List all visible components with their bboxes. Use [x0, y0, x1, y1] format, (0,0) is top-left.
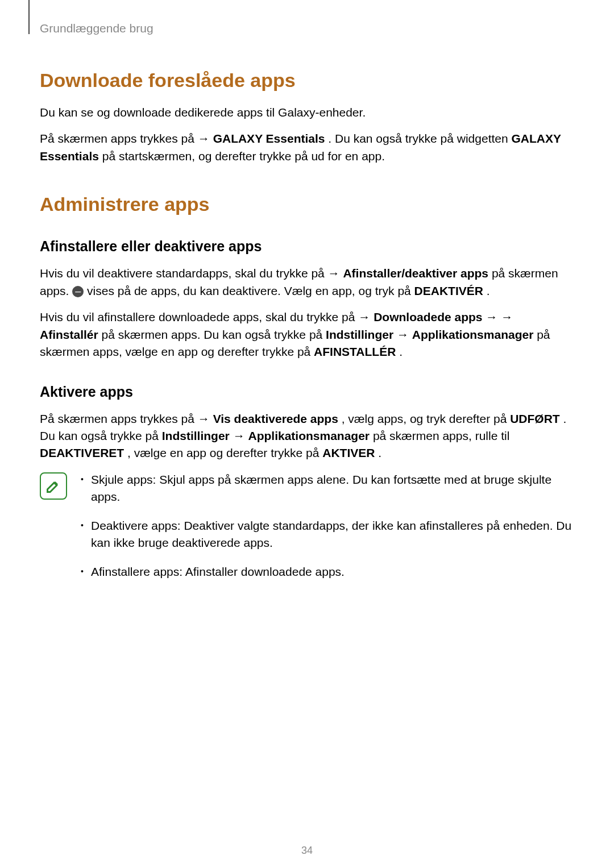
note-item: Skjule apps: Skjul apps på skærmen apps … [78, 471, 574, 506]
arrow-icon: → [328, 267, 343, 280]
page-number: 34 [0, 845, 614, 857]
text: på startskærmen, og derefter trykke på [102, 149, 312, 163]
bold: UDFØRT [510, 412, 560, 425]
bold: DEAKTIVERET [40, 446, 124, 459]
note-icon [40, 472, 67, 500]
note-item: Afinstallere apps: Afinstaller downloade… [78, 563, 574, 580]
text: . Du kan også trykke på widgetten [328, 132, 511, 145]
text: . [399, 345, 403, 358]
arrow-icon: → [198, 412, 213, 425]
text: . [378, 446, 381, 459]
bold: Afinstallér [40, 328, 98, 341]
text: , vælge en app og derefter trykke på [127, 446, 322, 459]
page: Grundlæggende brug Downloade foreslåede … [0, 0, 614, 868]
minus-icon: – [72, 286, 84, 297]
arrow-icon: → [358, 310, 374, 323]
note-item: Deaktivere apps: Deaktiver valgte standa… [78, 517, 574, 552]
text: På skærmen apps trykkes på [40, 132, 198, 145]
bold: DEAKTIVÉR [414, 284, 483, 297]
activate-p: På skærmen apps trykkes på → Vis deaktiv… [40, 410, 574, 462]
heading-admin: Administrere apps [40, 193, 574, 215]
arrow-icon: → [501, 310, 513, 323]
text: Hvis du vil afinstallere downloadede app… [40, 310, 358, 323]
bold: Indstillinger [326, 328, 393, 341]
text: Hvis du vil deaktivere standardapps, ska… [40, 267, 328, 280]
bold: Afinstaller/deaktiver apps [343, 267, 488, 280]
text: På skærmen apps trykkes på [40, 412, 198, 425]
heading-uninstall: Afinstallere eller deaktivere apps [40, 238, 574, 255]
bold: GALAXY Essentials [213, 132, 325, 145]
arrow-icon: → [486, 310, 501, 323]
arrow-icon: → [397, 328, 412, 341]
uninstall-p2: Hvis du vil afinstallere downloadede app… [40, 309, 574, 360]
heading-activate: Aktivere apps [40, 384, 574, 400]
bold: Applikationsmanager [248, 429, 370, 442]
text: på skærmen apps. Du kan også trykke på [102, 328, 326, 341]
text: , vælg apps, og tryk derefter på [342, 412, 510, 425]
bold: AFINSTALLÉR [314, 345, 396, 358]
text: vises på de apps, du kan deaktivere. Væl… [87, 284, 414, 297]
bold: AKTIVER [322, 446, 375, 459]
download-main: På skærmen apps trykkes på → GALAXY Esse… [40, 130, 574, 165]
download-intro: Du kan se og downloade dedikerede apps t… [40, 104, 574, 121]
note-box: Skjule apps: Skjul apps på skærmen apps … [40, 471, 574, 592]
arrow-icon: → [198, 132, 213, 145]
text: på skærmen apps, rulle til [373, 429, 509, 442]
uninstall-p1: Hvis du vil deaktivere standardapps, ska… [40, 265, 574, 300]
gutter-line [28, 0, 30, 34]
bold: Vis deaktiverede apps [213, 412, 338, 425]
bold: Indstillinger [162, 429, 230, 442]
breadcrumb: Grundlæggende brug [40, 22, 574, 35]
note-list: Skjule apps: Skjul apps på skærmen apps … [78, 471, 574, 592]
text: ud for en app. [311, 149, 385, 163]
text: . [487, 284, 490, 297]
arrow-icon: → [233, 429, 248, 442]
bold: Downloadede apps [374, 310, 482, 323]
pencil-icon [45, 478, 61, 494]
bold: Applikationsmanager [412, 328, 534, 341]
heading-download: Downloade foreslåede apps [40, 69, 574, 92]
